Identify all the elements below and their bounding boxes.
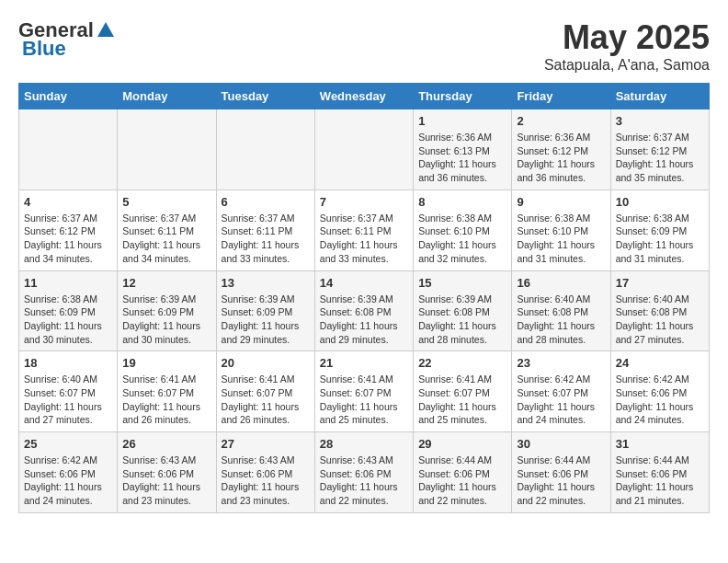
day-detail: Sunrise: 6:38 AM Sunset: 6:09 PM Dayligh… bbox=[24, 293, 112, 347]
day-detail: Sunrise: 6:37 AM Sunset: 6:11 PM Dayligh… bbox=[320, 212, 408, 266]
calendar-cell: 8Sunrise: 6:38 AM Sunset: 6:10 PM Daylig… bbox=[414, 190, 512, 270]
calendar-week-row: 4Sunrise: 6:37 AM Sunset: 6:12 PM Daylig… bbox=[19, 190, 710, 270]
day-detail: Sunrise: 6:39 AM Sunset: 6:09 PM Dayligh… bbox=[122, 293, 210, 347]
calendar-cell: 4Sunrise: 6:37 AM Sunset: 6:12 PM Daylig… bbox=[19, 190, 118, 270]
calendar-week-row: 1Sunrise: 6:36 AM Sunset: 6:13 PM Daylig… bbox=[19, 109, 710, 190]
calendar-cell: 20Sunrise: 6:41 AM Sunset: 6:07 PM Dayli… bbox=[216, 351, 314, 432]
day-number: 31 bbox=[616, 437, 704, 451]
calendar-cell: 25Sunrise: 6:42 AM Sunset: 6:06 PM Dayli… bbox=[19, 432, 118, 513]
day-number: 13 bbox=[222, 276, 310, 290]
day-number: 24 bbox=[616, 356, 704, 370]
day-number: 5 bbox=[122, 195, 210, 209]
calendar-cell: 11Sunrise: 6:38 AM Sunset: 6:09 PM Dayli… bbox=[19, 270, 118, 351]
calendar-header-row: SundayMondayTuesdayWednesdayThursdayFrid… bbox=[19, 84, 710, 109]
day-number: 17 bbox=[616, 276, 704, 290]
day-detail: Sunrise: 6:43 AM Sunset: 6:06 PM Dayligh… bbox=[320, 454, 408, 508]
day-number: 2 bbox=[517, 114, 605, 128]
calendar-cell: 6Sunrise: 6:37 AM Sunset: 6:11 PM Daylig… bbox=[216, 190, 314, 270]
calendar-cell bbox=[314, 109, 413, 190]
calendar-cell: 17Sunrise: 6:40 AM Sunset: 6:08 PM Dayli… bbox=[610, 270, 709, 351]
calendar-cell: 12Sunrise: 6:39 AM Sunset: 6:09 PM Dayli… bbox=[118, 270, 216, 351]
day-number: 19 bbox=[122, 356, 210, 370]
day-detail: Sunrise: 6:38 AM Sunset: 6:10 PM Dayligh… bbox=[517, 212, 605, 266]
day-detail: Sunrise: 6:41 AM Sunset: 6:07 PM Dayligh… bbox=[418, 373, 506, 427]
day-number: 26 bbox=[122, 437, 210, 451]
page-header: General Blue May 2025 Satapuala, A'ana, … bbox=[18, 18, 710, 74]
day-number: 1 bbox=[418, 114, 506, 128]
day-detail: Sunrise: 6:38 AM Sunset: 6:10 PM Dayligh… bbox=[418, 212, 506, 266]
calendar-cell: 21Sunrise: 6:41 AM Sunset: 6:07 PM Dayli… bbox=[314, 351, 413, 432]
day-detail: Sunrise: 6:37 AM Sunset: 6:11 PM Dayligh… bbox=[222, 212, 310, 266]
calendar-cell: 14Sunrise: 6:39 AM Sunset: 6:08 PM Dayli… bbox=[314, 270, 413, 351]
calendar-week-row: 11Sunrise: 6:38 AM Sunset: 6:09 PM Dayli… bbox=[19, 270, 710, 351]
title-area: May 2025 Satapuala, A'ana, Samoa bbox=[544, 18, 710, 74]
day-detail: Sunrise: 6:41 AM Sunset: 6:07 PM Dayligh… bbox=[320, 373, 408, 427]
day-detail: Sunrise: 6:37 AM Sunset: 6:11 PM Dayligh… bbox=[122, 212, 210, 266]
day-header-sunday: Sunday bbox=[19, 84, 118, 109]
day-detail: Sunrise: 6:40 AM Sunset: 6:08 PM Dayligh… bbox=[616, 293, 704, 347]
calendar-cell: 30Sunrise: 6:44 AM Sunset: 6:06 PM Dayli… bbox=[512, 432, 610, 513]
logo: General Blue bbox=[18, 18, 116, 61]
day-header-friday: Friday bbox=[512, 84, 610, 109]
calendar-cell: 9Sunrise: 6:38 AM Sunset: 6:10 PM Daylig… bbox=[512, 190, 610, 270]
day-number: 27 bbox=[222, 437, 310, 451]
day-detail: Sunrise: 6:41 AM Sunset: 6:07 PM Dayligh… bbox=[122, 373, 210, 427]
calendar-cell: 27Sunrise: 6:43 AM Sunset: 6:06 PM Dayli… bbox=[216, 432, 314, 513]
day-number: 29 bbox=[418, 437, 506, 451]
day-detail: Sunrise: 6:39 AM Sunset: 6:09 PM Dayligh… bbox=[222, 293, 310, 347]
calendar-cell: 28Sunrise: 6:43 AM Sunset: 6:06 PM Dayli… bbox=[314, 432, 413, 513]
day-header-saturday: Saturday bbox=[610, 84, 709, 109]
day-number: 7 bbox=[320, 195, 408, 209]
calendar-cell: 15Sunrise: 6:39 AM Sunset: 6:08 PM Dayli… bbox=[414, 270, 512, 351]
day-number: 6 bbox=[222, 195, 310, 209]
day-number: 10 bbox=[616, 195, 704, 209]
day-number: 23 bbox=[517, 356, 605, 370]
day-number: 11 bbox=[24, 276, 112, 290]
day-detail: Sunrise: 6:42 AM Sunset: 6:06 PM Dayligh… bbox=[616, 373, 704, 427]
day-detail: Sunrise: 6:40 AM Sunset: 6:08 PM Dayligh… bbox=[517, 293, 605, 347]
day-number: 18 bbox=[24, 356, 112, 370]
calendar-cell: 3Sunrise: 6:37 AM Sunset: 6:12 PM Daylig… bbox=[610, 109, 709, 190]
calendar-cell: 18Sunrise: 6:40 AM Sunset: 6:07 PM Dayli… bbox=[19, 351, 118, 432]
day-detail: Sunrise: 6:42 AM Sunset: 6:06 PM Dayligh… bbox=[24, 454, 112, 508]
day-number: 21 bbox=[320, 356, 408, 370]
svg-marker-0 bbox=[97, 22, 114, 37]
calendar-cell bbox=[216, 109, 314, 190]
calendar-table: SundayMondayTuesdayWednesdayThursdayFrid… bbox=[18, 83, 710, 513]
day-detail: Sunrise: 6:44 AM Sunset: 6:06 PM Dayligh… bbox=[616, 454, 704, 508]
day-number: 9 bbox=[517, 195, 605, 209]
day-detail: Sunrise: 6:43 AM Sunset: 6:06 PM Dayligh… bbox=[122, 454, 210, 508]
day-detail: Sunrise: 6:37 AM Sunset: 6:12 PM Dayligh… bbox=[616, 131, 704, 185]
day-detail: Sunrise: 6:38 AM Sunset: 6:09 PM Dayligh… bbox=[616, 212, 704, 266]
calendar-cell bbox=[19, 109, 118, 190]
day-header-thursday: Thursday bbox=[414, 84, 512, 109]
day-number: 15 bbox=[418, 276, 506, 290]
day-number: 22 bbox=[418, 356, 506, 370]
calendar-cell: 22Sunrise: 6:41 AM Sunset: 6:07 PM Dayli… bbox=[414, 351, 512, 432]
day-detail: Sunrise: 6:42 AM Sunset: 6:07 PM Dayligh… bbox=[517, 373, 605, 427]
calendar-cell bbox=[118, 109, 216, 190]
day-detail: Sunrise: 6:44 AM Sunset: 6:06 PM Dayligh… bbox=[517, 454, 605, 508]
day-number: 8 bbox=[418, 195, 506, 209]
day-number: 12 bbox=[122, 276, 210, 290]
calendar-body: 1Sunrise: 6:36 AM Sunset: 6:13 PM Daylig… bbox=[19, 109, 710, 513]
logo-blue-text: Blue bbox=[22, 37, 66, 61]
day-detail: Sunrise: 6:39 AM Sunset: 6:08 PM Dayligh… bbox=[418, 293, 506, 347]
day-number: 14 bbox=[320, 276, 408, 290]
day-detail: Sunrise: 6:36 AM Sunset: 6:12 PM Dayligh… bbox=[517, 131, 605, 185]
calendar-week-row: 18Sunrise: 6:40 AM Sunset: 6:07 PM Dayli… bbox=[19, 351, 710, 432]
day-detail: Sunrise: 6:43 AM Sunset: 6:06 PM Dayligh… bbox=[222, 454, 310, 508]
calendar-cell: 31Sunrise: 6:44 AM Sunset: 6:06 PM Dayli… bbox=[610, 432, 709, 513]
calendar-cell: 1Sunrise: 6:36 AM Sunset: 6:13 PM Daylig… bbox=[414, 109, 512, 190]
calendar-cell: 23Sunrise: 6:42 AM Sunset: 6:07 PM Dayli… bbox=[512, 351, 610, 432]
calendar-cell: 16Sunrise: 6:40 AM Sunset: 6:08 PM Dayli… bbox=[512, 270, 610, 351]
day-number: 20 bbox=[222, 356, 310, 370]
calendar-cell: 10Sunrise: 6:38 AM Sunset: 6:09 PM Dayli… bbox=[610, 190, 709, 270]
day-detail: Sunrise: 6:37 AM Sunset: 6:12 PM Dayligh… bbox=[24, 212, 112, 266]
calendar-cell: 29Sunrise: 6:44 AM Sunset: 6:06 PM Dayli… bbox=[414, 432, 512, 513]
day-detail: Sunrise: 6:40 AM Sunset: 6:07 PM Dayligh… bbox=[24, 373, 112, 427]
day-detail: Sunrise: 6:39 AM Sunset: 6:08 PM Dayligh… bbox=[320, 293, 408, 347]
calendar-cell: 13Sunrise: 6:39 AM Sunset: 6:09 PM Dayli… bbox=[216, 270, 314, 351]
location-subtitle: Satapuala, A'ana, Samoa bbox=[544, 57, 710, 74]
logo-icon bbox=[96, 20, 116, 40]
